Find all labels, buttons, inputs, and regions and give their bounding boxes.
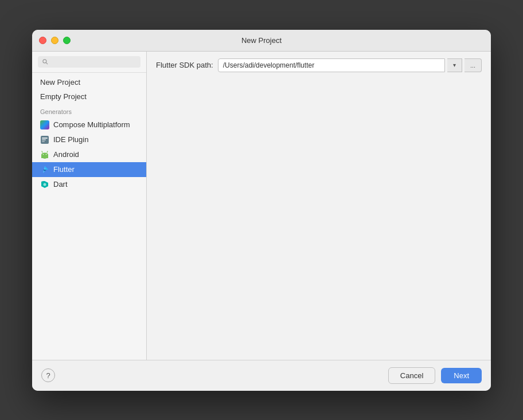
close-button[interactable] [39, 37, 46, 44]
svg-rect-4 [42, 138, 48, 139]
sidebar-item-ide-plugin[interactable]: IDE Plugin [32, 132, 146, 147]
compose-label: Compose Multiplatform [53, 120, 130, 129]
svg-rect-5 [42, 139, 46, 140]
bottom-bar: ? Cancel Next [32, 360, 491, 391]
android-icon [40, 150, 49, 159]
title-bar: New Project [32, 30, 491, 52]
svg-rect-2 [40, 120, 49, 129]
svg-line-1 [46, 62, 48, 64]
generators-section-label: Generators [32, 104, 146, 117]
empty-project-label: Empty Project [40, 92, 87, 101]
dart-icon [40, 180, 49, 189]
search-icon [42, 58, 49, 65]
sdk-path-row: Flutter SDK path: ▾ ... [156, 58, 482, 72]
svg-rect-6 [42, 141, 45, 142]
maximize-button[interactable] [63, 37, 71, 44]
sidebar-item-flutter[interactable]: Flutter [32, 162, 146, 177]
minimize-button[interactable] [51, 37, 58, 44]
dart-label: Dart [53, 180, 68, 189]
new-project-dialog: New Project New Project [32, 30, 491, 391]
sdk-browse-button[interactable]: ... [465, 58, 482, 72]
sdk-path-label: Flutter SDK path: [156, 61, 213, 69]
flutter-label: Flutter [53, 165, 75, 174]
ide-plugin-label: IDE Plugin [53, 135, 88, 144]
search-input[interactable] [52, 58, 136, 66]
svg-point-11 [46, 154, 47, 155]
main-panel: Flutter SDK path: ▾ ... [147, 52, 491, 360]
compose-icon [40, 120, 49, 129]
next-button[interactable]: Next [441, 368, 482, 383]
svg-point-17 [44, 183, 46, 186]
sidebar-list: New Project Empty Project Generators [32, 73, 146, 360]
sdk-input-wrapper: ▾ ... [218, 58, 482, 72]
sidebar-item-empty-project[interactable]: Empty Project [32, 89, 146, 104]
svg-point-10 [43, 154, 44, 155]
new-project-label: New Project [40, 78, 80, 87]
sidebar-item-android[interactable]: Android [32, 147, 146, 162]
sidebar-item-compose[interactable]: Compose Multiplatform [32, 117, 146, 132]
svg-line-12 [42, 151, 42, 152]
search-wrapper [38, 56, 140, 68]
cancel-button[interactable]: Cancel [388, 367, 435, 384]
sdk-path-input[interactable] [218, 58, 445, 72]
svg-point-9 [41, 152, 48, 156]
help-button[interactable]: ? [41, 368, 55, 382]
search-bar [32, 52, 146, 73]
android-label: Android [53, 150, 79, 159]
sidebar: New Project Empty Project Generators [32, 52, 147, 360]
sdk-dropdown-button[interactable]: ▾ [447, 58, 462, 72]
traffic-lights [39, 37, 71, 44]
ide-plugin-icon [40, 135, 49, 144]
main-content-area [156, 78, 482, 353]
window-title: New Project [241, 36, 282, 45]
svg-line-13 [47, 151, 48, 152]
sidebar-item-new-project[interactable]: New Project [32, 75, 146, 89]
flutter-icon [40, 165, 49, 174]
sidebar-item-dart[interactable]: Dart [32, 177, 146, 192]
content-area: New Project Empty Project Generators [32, 52, 491, 360]
